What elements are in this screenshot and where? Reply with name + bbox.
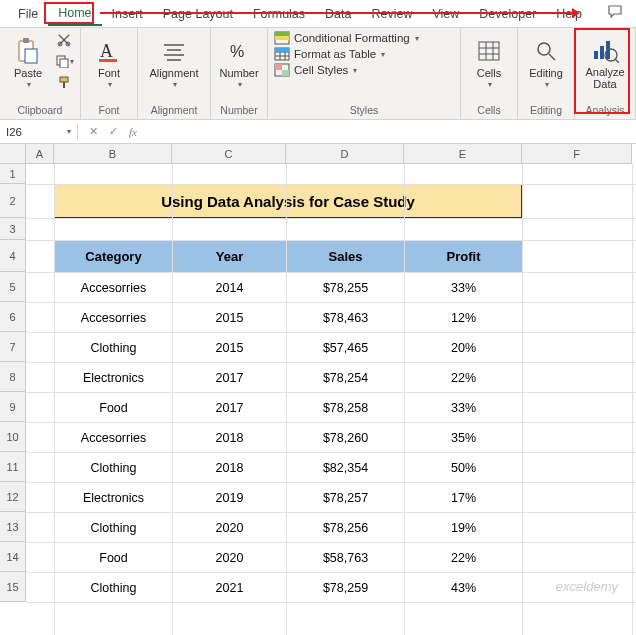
editing-button[interactable]: Editing ▾ [524, 31, 568, 95]
table-cell[interactable]: 2018 [173, 453, 287, 483]
format-as-table-button[interactable]: Format as Table▾ [274, 47, 419, 61]
number-button[interactable]: % Number ▾ [217, 31, 261, 95]
menu-file[interactable]: File [8, 3, 48, 25]
table-cell[interactable]: $78,255 [287, 273, 405, 303]
row-header[interactable]: 6 [0, 302, 26, 332]
row-header[interactable]: 9 [0, 392, 26, 422]
table-cell[interactable]: Accesorries [55, 273, 173, 303]
table-cell[interactable]: $78,254 [287, 363, 405, 393]
row-header[interactable]: 1 [0, 164, 26, 184]
row-header[interactable]: 3 [0, 218, 26, 240]
menu-formulas[interactable]: Formulas [243, 3, 315, 25]
row-header[interactable]: 4 [0, 240, 26, 272]
menu-data[interactable]: Data [315, 3, 361, 25]
row-header[interactable]: 12 [0, 482, 26, 512]
column-header[interactable]: C [172, 144, 286, 164]
table-cell[interactable]: $82,354 [287, 453, 405, 483]
font-button[interactable]: A Font ▾ [87, 31, 131, 95]
copy-icon[interactable]: ▾ [54, 52, 74, 70]
table-cell[interactable]: 17% [405, 483, 523, 513]
table-cell[interactable]: $78,260 [287, 423, 405, 453]
table-cell[interactable]: 33% [405, 273, 523, 303]
row-header[interactable]: 14 [0, 542, 26, 572]
column-header[interactable]: A [26, 144, 54, 164]
enter-icon[interactable]: ✓ [104, 123, 122, 141]
menu-home[interactable]: Home [48, 2, 101, 26]
table-cell[interactable]: Accesorries [55, 423, 173, 453]
row-header[interactable]: 15 [0, 572, 26, 602]
table-cell[interactable]: 2018 [173, 423, 287, 453]
row-header[interactable]: 7 [0, 332, 26, 362]
table-cell[interactable]: Electronics [55, 483, 173, 513]
select-all-corner[interactable] [0, 144, 26, 164]
table-cell[interactable]: 22% [405, 543, 523, 573]
table-cell[interactable]: 2021 [173, 573, 287, 603]
menu-help[interactable]: Help [546, 3, 592, 25]
name-box[interactable]: I26 ▾ [0, 124, 78, 140]
cancel-icon[interactable]: ✕ [84, 123, 102, 141]
table-cell[interactable]: Food [55, 393, 173, 423]
row-header[interactable]: 11 [0, 452, 26, 482]
table-cell[interactable]: $57,465 [287, 333, 405, 363]
column-header[interactable]: E [404, 144, 522, 164]
column-header[interactable]: F [522, 144, 632, 164]
table-cell[interactable]: $78,258 [287, 393, 405, 423]
fx-icon[interactable]: fx [124, 123, 142, 141]
table-cell[interactable]: 2015 [173, 303, 287, 333]
table-cell[interactable]: 33% [405, 393, 523, 423]
table-cell[interactable]: $78,257 [287, 483, 405, 513]
table-cell[interactable]: Clothing [55, 573, 173, 603]
table-cell[interactable]: 2014 [173, 273, 287, 303]
table-cell[interactable]: 2020 [173, 513, 287, 543]
percent-icon: % [225, 37, 253, 65]
table-cell[interactable]: 20% [405, 333, 523, 363]
table-cell[interactable]: 2017 [173, 363, 287, 393]
formula-input[interactable] [148, 123, 636, 141]
column-header[interactable]: D [286, 144, 404, 164]
table-cell[interactable]: Clothing [55, 453, 173, 483]
table-cell[interactable]: 2020 [173, 543, 287, 573]
name-box-value: I26 [6, 126, 22, 138]
alignment-button[interactable]: Alignment ▾ [144, 31, 204, 95]
menu-page-layout[interactable]: Page Layout [153, 3, 243, 25]
cut-icon[interactable] [54, 31, 74, 49]
menu-developer[interactable]: Developer [469, 3, 546, 25]
table-cell[interactable]: Clothing [55, 513, 173, 543]
table-cell[interactable]: $58,763 [287, 543, 405, 573]
row-header[interactable]: 5 [0, 272, 26, 302]
conditional-formatting-button[interactable]: Conditional Formatting▾ [274, 31, 419, 45]
table-cell[interactable]: 2017 [173, 393, 287, 423]
comments-icon[interactable] [602, 3, 630, 24]
table-cell[interactable]: 43% [405, 573, 523, 603]
row-header[interactable]: 8 [0, 362, 26, 392]
cell-styles-button[interactable]: Cell Styles▾ [274, 63, 419, 77]
menu-review[interactable]: Review [361, 3, 422, 25]
row-header[interactable]: 2 [0, 184, 26, 218]
table-cell[interactable]: $78,463 [287, 303, 405, 333]
paste-button[interactable]: Paste ▾ [6, 31, 50, 95]
table-cell[interactable]: 50% [405, 453, 523, 483]
table-cell[interactable]: 2019 [173, 483, 287, 513]
table-cell[interactable]: 22% [405, 363, 523, 393]
table-cell[interactable]: Accesorries [55, 303, 173, 333]
analyze-data-button[interactable]: AnalyzeData [581, 31, 629, 95]
cells-button[interactable]: Cells ▾ [467, 31, 511, 95]
table-cell[interactable]: 35% [405, 423, 523, 453]
ribbon-group-number: % Number ▾ Number [211, 28, 268, 119]
table-cell[interactable]: 12% [405, 303, 523, 333]
table-cell[interactable]: Food [55, 543, 173, 573]
table-cell[interactable]: $78,259 [287, 573, 405, 603]
menu-view[interactable]: View [422, 3, 469, 25]
table-cell[interactable]: Electronics [55, 363, 173, 393]
column-header[interactable]: B [54, 144, 172, 164]
table-cell[interactable]: 2015 [173, 333, 287, 363]
table-cell[interactable]: Clothing [55, 333, 173, 363]
cells-area[interactable]: Using Data Analysis for Case Study Categ… [26, 164, 636, 635]
paste-label: Paste [14, 67, 42, 79]
format-painter-icon[interactable] [54, 73, 74, 91]
table-cell[interactable]: 19% [405, 513, 523, 543]
table-cell[interactable]: $78,256 [287, 513, 405, 543]
menu-insert[interactable]: Insert [102, 3, 153, 25]
row-header[interactable]: 13 [0, 512, 26, 542]
row-header[interactable]: 10 [0, 422, 26, 452]
